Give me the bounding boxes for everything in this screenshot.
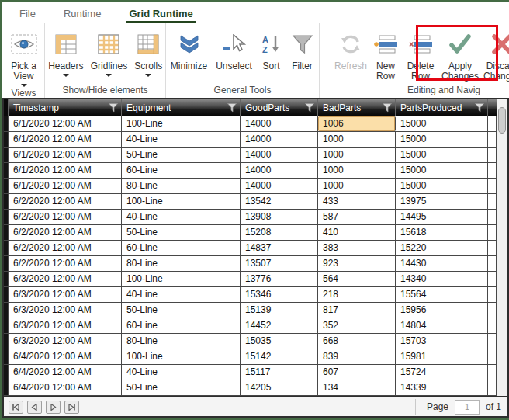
sort-button[interactable]: A Z Sort [258, 26, 286, 71]
grid-cell[interactable]: 15724 [396, 365, 488, 380]
new-row-button[interactable]: New Row [370, 26, 401, 82]
grid-cell[interactable]: 1006 [318, 116, 396, 131]
filter-button[interactable]: Filter [287, 26, 318, 71]
grid-cell[interactable]: 6/1/2020 12:00 AM [9, 116, 122, 131]
column-header[interactable]: Equipment [122, 99, 241, 116]
grid-cell[interactable]: 6/2/2020 12:00 AM [9, 241, 122, 255]
grid-cell[interactable]: 13908 [241, 210, 318, 224]
last-page-button[interactable] [64, 401, 79, 414]
grid-cell[interactable]: 6/2/2020 12:00 AM [9, 210, 122, 224]
grid-cell[interactable]: 6/2/2020 12:00 AM [9, 194, 122, 209]
grid-cell[interactable]: 50-Line [122, 380, 241, 395]
grid-cell[interactable]: 40-Line [122, 365, 241, 380]
grid-cell[interactable]: 14495 [396, 210, 488, 224]
grid-cell[interactable]: 50-Line [122, 303, 241, 318]
scrollbar-thumb[interactable] [498, 107, 506, 134]
grid-cell[interactable]: 607 [318, 365, 396, 380]
grid-cell[interactable]: 14452 [241, 318, 318, 333]
grid-cell[interactable]: 40-Line [122, 132, 241, 147]
previous-page-button[interactable] [27, 401, 42, 414]
grid-cell[interactable]: 6/4/2020 12:00 AM [9, 380, 122, 395]
grid-cell[interactable]: 14430 [396, 256, 488, 271]
grid-cell[interactable]: 14837 [241, 241, 318, 255]
grid-cell[interactable]: 15000 [396, 163, 488, 178]
grid-cell[interactable]: 6/1/2020 12:00 AM [9, 163, 122, 178]
grid-cell[interactable]: 587 [318, 210, 396, 224]
grid-cell[interactable]: 100-Line [122, 116, 241, 131]
grid-cell[interactable]: 14000 [241, 179, 318, 193]
grid-cell[interactable]: 383 [318, 241, 396, 255]
grid-cell[interactable]: 15139 [241, 303, 318, 318]
discard-changes-button[interactable]: Discard Changes [482, 26, 509, 82]
grid-cell[interactable]: 13776 [241, 272, 318, 286]
grid-cell[interactable]: 6/2/2020 12:00 AM [9, 225, 122, 240]
grid-cell[interactable]: 6/3/2020 12:00 AM [9, 334, 122, 349]
grid-cell[interactable]: 15000 [396, 148, 488, 162]
grid-cell[interactable]: 6/1/2020 12:00 AM [9, 148, 122, 162]
minimize-button[interactable]: Minimize [168, 26, 211, 71]
tab-runtime[interactable]: Runtime [61, 5, 104, 23]
grid-cell[interactable]: 6/3/2020 12:00 AM [9, 318, 122, 333]
grid-cell[interactable]: 40-Line [122, 210, 241, 224]
first-page-button[interactable] [9, 401, 23, 414]
grid-cell[interactable]: 15981 [396, 349, 488, 364]
grid-cell[interactable]: 15703 [396, 334, 488, 349]
vertical-scrollbar[interactable] [497, 99, 507, 396]
grid-cell[interactable]: 1000 [318, 132, 396, 147]
grid-cell[interactable]: 14340 [396, 272, 488, 286]
grid-cell[interactable]: 15117 [241, 365, 318, 380]
grid-cell[interactable]: 100-Line [122, 272, 241, 286]
grid-cell[interactable]: 100-Line [122, 349, 241, 364]
headers-button[interactable]: Headers [45, 26, 87, 77]
next-page-button[interactable] [46, 401, 61, 414]
grid-cell[interactable]: 6/4/2020 12:00 AM [9, 365, 122, 380]
grid-cell[interactable]: 668 [318, 334, 396, 349]
grid-cell[interactable]: 15618 [396, 225, 488, 240]
filter-icon[interactable] [383, 103, 392, 113]
tab-file[interactable]: File [16, 5, 39, 23]
gridlines-button[interactable]: Gridlines [88, 26, 130, 77]
grid-cell[interactable]: 15346 [241, 287, 318, 302]
grid-cell[interactable]: 80-Line [122, 256, 241, 271]
grid-cell[interactable]: 60-Line [122, 163, 241, 178]
apply-changes-button[interactable]: Apply Changes [440, 26, 480, 82]
grid-cell[interactable]: 15956 [396, 303, 488, 318]
grid-cell[interactable]: 13507 [241, 256, 318, 271]
grid-cell[interactable]: 14205 [241, 380, 318, 395]
grid-cell[interactable]: 433 [318, 194, 396, 209]
grid-cell[interactable]: 352 [318, 318, 396, 333]
grid-cell[interactable]: 1000 [318, 163, 396, 178]
grid-cell[interactable]: 15220 [396, 241, 488, 255]
grid-cell[interactable]: 6/2/2020 12:00 AM [9, 256, 122, 271]
pick-a-view-button[interactable]: Pick a View [6, 26, 42, 87]
grid-cell[interactable]: 6/1/2020 12:00 AM [9, 179, 122, 193]
grid-cell[interactable]: 14000 [241, 132, 318, 147]
filter-icon[interactable] [109, 103, 118, 113]
filter-icon[interactable] [305, 103, 314, 113]
filter-icon[interactable] [475, 103, 484, 113]
grid-cell[interactable]: 15000 [396, 179, 488, 193]
grid-cell[interactable]: 50-Line [122, 148, 241, 162]
grid-cell[interactable]: 60-Line [122, 241, 241, 255]
grid-cell[interactable]: 6/1/2020 12:00 AM [9, 132, 122, 147]
grid-cell[interactable]: 15035 [241, 334, 318, 349]
grid-cell[interactable]: 1000 [318, 179, 396, 193]
grid-cell[interactable]: 15142 [241, 349, 318, 364]
tab-grid-runtime[interactable]: Grid Runtime [126, 5, 196, 23]
refresh-button[interactable]: Refresh [333, 26, 369, 71]
scrolls-button[interactable]: Scrolls [131, 26, 165, 77]
column-header[interactable]: Timestamp [9, 99, 122, 116]
grid-cell[interactable]: 15000 [396, 132, 488, 147]
column-header[interactable]: BadParts [318, 99, 396, 116]
grid-cell[interactable]: 817 [318, 303, 396, 318]
grid-cell[interactable]: 13975 [396, 194, 488, 209]
grid-cell[interactable]: 564 [318, 272, 396, 286]
grid-cell[interactable]: 6/3/2020 12:00 AM [9, 303, 122, 318]
grid-cell[interactable]: 80-Line [122, 334, 241, 349]
grid-cell[interactable]: 218 [318, 287, 396, 302]
unselect-button[interactable]: Unselect [213, 26, 256, 71]
page-number-input[interactable] [455, 400, 480, 415]
grid-cell[interactable]: 14804 [396, 318, 488, 333]
grid-cell[interactable]: 50-Line [122, 225, 241, 240]
grid-cell[interactable]: 13542 [241, 194, 318, 209]
